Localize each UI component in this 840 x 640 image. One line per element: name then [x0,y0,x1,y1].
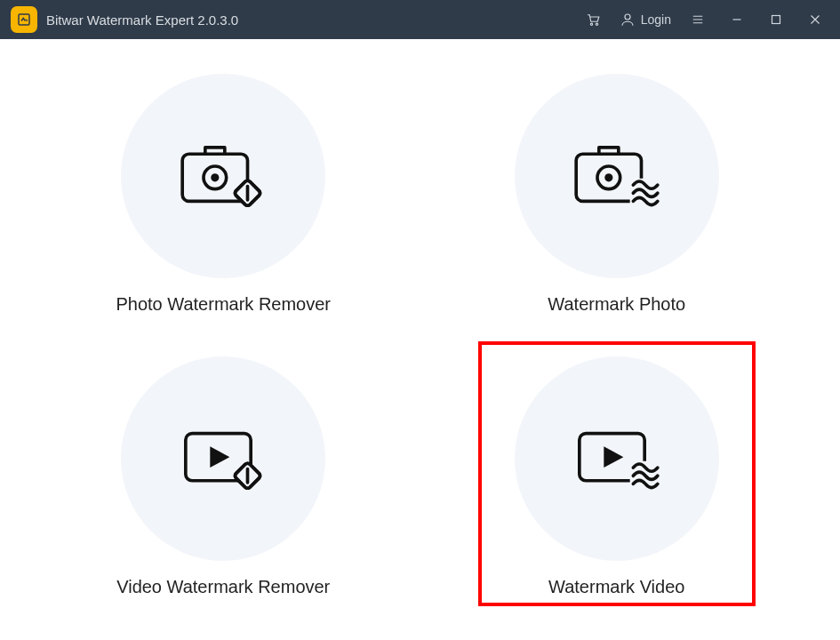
photo-remover-label: Photo Watermark Remover [116,294,331,315]
svg-marker-21 [604,446,623,468]
video-watermark-remover-card[interactable]: Video Watermark Remover [53,348,394,604]
hamburger-icon [690,12,706,28]
user-icon [620,12,636,28]
svg-marker-16 [211,446,230,468]
menu-button[interactable] [678,0,717,39]
photo-remover-icon [121,74,325,278]
maximize-button[interactable] [756,0,796,39]
svg-point-1 [590,23,592,25]
app-logo-icon [11,6,37,33]
maximize-icon [768,12,784,28]
svg-point-2 [596,23,597,25]
video-remover-label: Video Watermark Remover [116,577,330,597]
close-icon [807,12,823,28]
photo-watermark-remover-card[interactable]: Photo Watermark Remover [53,66,394,322]
watermark-video-icon [515,356,719,561]
titlebar: Bitwar Watermark Expert 2.0.3.0 Login [0,0,840,39]
login-label: Login [641,12,671,27]
close-button[interactable] [796,0,835,39]
watermark-photo-card[interactable]: Watermark Photo [447,66,788,322]
svg-point-13 [604,173,612,181]
video-remover-icon [121,356,325,561]
watermark-video-card[interactable]: Watermark Video [447,348,788,604]
watermark-photo-label: Watermark Photo [548,294,685,315]
svg-rect-4 [772,16,780,24]
watermark-photo-icon [515,74,719,278]
svg-point-7 [212,173,220,181]
svg-point-3 [625,14,630,20]
watermark-video-label: Watermark Video [548,577,684,597]
login-button[interactable]: Login [612,12,678,28]
app-title: Bitwar Watermark Expert 2.0.3.0 [46,12,238,28]
minimize-button[interactable] [717,0,756,39]
minimize-icon [729,12,745,28]
main-content: Photo Watermark Remover Watermark Photo [0,39,840,640]
cart-button[interactable] [573,0,612,39]
